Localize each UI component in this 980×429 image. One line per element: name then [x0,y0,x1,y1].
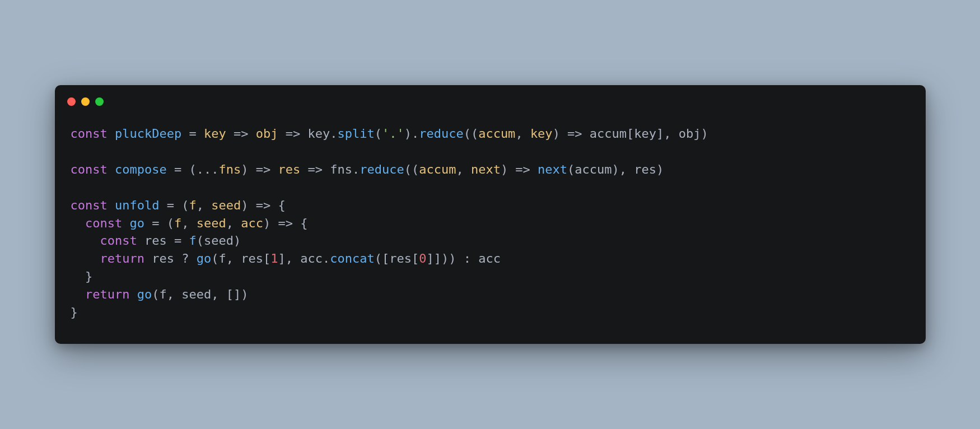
code-token: return [85,287,137,301]
code-token: f [218,251,226,265]
code-token: , [515,127,530,141]
code-token: ) => [553,127,590,141]
code-token: 1 [270,251,278,265]
code-token: ([ [375,251,390,265]
code-token: key [307,127,330,141]
code-token: ? [174,251,197,265]
code-token: reduce [419,127,463,141]
code-token: : [456,251,478,265]
code-token: => [278,127,307,141]
code-token: go [129,216,144,230]
code-token: acc [478,251,501,265]
code-token: accum [590,127,627,141]
code-token: (( [464,127,479,141]
code-token: , [226,216,241,230]
code-token: , [181,216,197,230]
code-token: = [167,162,189,176]
code-token: ] [426,251,433,265]
code-token: const [85,216,129,230]
code-token: res [634,162,656,176]
code-token: => [270,216,300,230]
code-token: seed [181,287,211,301]
code-token: { [300,216,307,230]
code-token: , [167,287,182,301]
code-token: accum [419,162,456,176]
code-token: . [330,127,337,141]
code-token: => [300,162,330,176]
code-token: ( [211,251,218,265]
code-token: f [189,198,196,212]
code-token: , [664,127,679,141]
code-token [71,287,86,301]
code-token: return [100,251,152,265]
code-token: acc [241,216,263,230]
code-token: f [159,287,166,301]
code-token: f [189,234,196,248]
code-token [71,216,86,230]
code-token: split [337,127,374,141]
code-token: { [278,198,285,212]
code-token: => [248,198,278,212]
code-token: [ [263,251,270,265]
code-token: unfold [115,198,159,212]
code-token: acc [300,251,323,265]
code-token: fns [330,162,352,176]
code-token: (( [404,162,419,176]
code-token: const [71,162,115,176]
close-icon[interactable] [67,97,76,106]
code-token: ( [167,216,174,230]
code-token: => [226,127,256,141]
code-token: reduce [360,162,404,176]
code-token: } [71,305,78,319]
code-token: key [530,127,553,141]
code-token: 0 [419,251,426,265]
code-token: res [241,251,263,265]
code-token: = [181,127,204,141]
code-token: ( [181,198,189,212]
code-editor[interactable]: const pluckDeep = key => obj => key.spli… [55,111,926,328]
code-token: , [456,162,471,176]
code-token: } [71,269,93,283]
code-token: ) [234,234,241,248]
code-token: ) [404,127,412,141]
code-token: ( [567,162,575,176]
zoom-icon[interactable] [95,97,104,106]
code-token: = [167,234,189,248]
code-token: next [538,162,567,176]
code-token: ) [612,162,619,176]
code-token: , [197,198,212,212]
code-token: obj [679,127,701,141]
code-token: ) [241,198,248,212]
code-token: next [471,162,501,176]
code-token: . [412,127,419,141]
code-token: , [619,162,634,176]
code-token: key [204,127,226,141]
code-token: ... [197,162,219,176]
code-token: compose [115,162,167,176]
code-token: . [323,251,330,265]
code-token: [] [226,287,241,301]
code-window: const pluckDeep = key => obj => key.spli… [55,85,926,344]
code-token: , [286,251,301,265]
code-token: f [174,216,181,230]
code-token: => [248,162,278,176]
code-token: ] [656,127,664,141]
code-token: const [71,127,115,141]
code-token: ) [241,287,248,301]
code-token: fns [218,162,241,176]
code-token: concat [330,251,374,265]
code-token: res [152,251,174,265]
code-token: accum [478,127,515,141]
code-token: pluckDeep [115,127,181,141]
code-token: ) [263,216,270,230]
window-titlebar [55,85,926,111]
code-token: ) [701,127,708,141]
minimize-icon[interactable] [81,97,90,106]
code-token: const [100,234,144,248]
code-token: ( [197,234,204,248]
code-token: ( [152,287,159,301]
code-token: [ [412,251,419,265]
code-token: ) [656,162,664,176]
code-token: = [159,198,181,212]
code-token: , [226,251,241,265]
